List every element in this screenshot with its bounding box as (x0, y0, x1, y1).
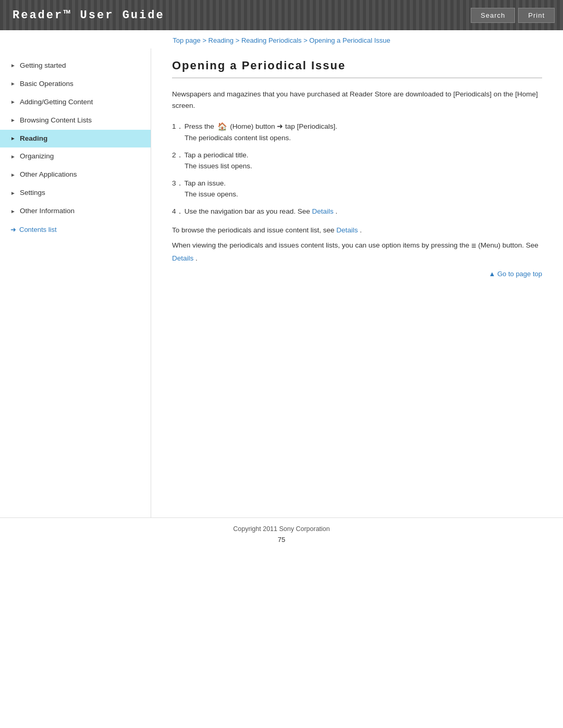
arrow-icon-other-apps: ► (10, 171, 16, 179)
sidebar-label-other-apps: Other Applications (20, 170, 77, 180)
arrow-icon-other-info: ► (10, 208, 16, 215)
step-1-text-after: (Home) button ➜ tap [Periodicals]. (230, 122, 337, 130)
step-1-sub: The periodicals content list opens. (185, 133, 542, 143)
sidebar-item-other-applications[interactable]: ► Other Applications (0, 166, 151, 184)
sidebar-label-basic-operations: Basic Operations (20, 79, 74, 89)
print-button[interactable]: Print (518, 8, 555, 23)
app-title: Reader™ User Guide (0, 0, 177, 30)
arrow-icon-browsing: ► (10, 117, 16, 124)
breadcrumb-sep1: > (202, 36, 208, 44)
page-header: Reader™ User Guide Search Print (0, 0, 563, 30)
step-number-1: 1． (172, 121, 182, 132)
step-4: 4． Use the navigation bar as you read. S… (172, 206, 542, 217)
breadcrumb: Top page > Reading > Reading Periodicals… (0, 30, 563, 48)
step-number-4: 4． (172, 206, 182, 217)
note-1-details-link[interactable]: Details (336, 226, 358, 234)
arrow-icon-basic-operations: ► (10, 80, 16, 88)
sidebar-item-basic-operations[interactable]: ► Basic Operations (0, 75, 151, 93)
sidebar-label-browsing: Browsing Content Lists (20, 116, 92, 126)
menu-icon: ≡ (471, 241, 476, 250)
note-1-before: To browse the periodicals and issue cont… (172, 226, 336, 234)
go-to-top[interactable]: ▲ Go to page top (172, 265, 542, 280)
main-layout: ► Getting started ► Basic Operations ► A… (0, 48, 563, 517)
note-2-before: When viewing the periodicals and issues … (172, 241, 471, 249)
arrow-icon-adding-getting: ► (10, 98, 16, 106)
step-4-text-after: . (335, 207, 337, 215)
main-content: Opening a Periodical Issue Newspapers an… (151, 48, 563, 517)
arrow-icon-getting-started: ► (10, 62, 16, 69)
page-title: Opening a Periodical Issue (172, 59, 542, 78)
sidebar-item-adding-getting-content[interactable]: ► Adding/Getting Content (0, 93, 151, 112)
arrow-icon-settings: ► (10, 190, 16, 197)
step-2-text: Tap a periodical title. (185, 151, 249, 159)
sidebar-label-reading: Reading (20, 134, 47, 144)
step-number-2: 2． (172, 150, 182, 161)
breadcrumb-reading-periodicals[interactable]: Reading Periodicals (241, 36, 302, 44)
sidebar-item-browsing-content-lists[interactable]: ► Browsing Content Lists (0, 112, 151, 130)
footer-page-number: 75 (278, 536, 285, 544)
footer-copyright: Copyright 2011 Sony Corporation (233, 525, 330, 533)
breadcrumb-reading[interactable]: Reading (209, 36, 234, 44)
sidebar-item-getting-started[interactable]: ► Getting started (0, 57, 151, 75)
sidebar-label-adding-getting: Adding/Getting Content (20, 97, 93, 107)
contents-list-link[interactable]: ➜ Contents list (0, 220, 151, 237)
header-buttons: Search Print (471, 0, 563, 30)
step-3-text: Tap an issue. (185, 179, 226, 187)
note-2-end: . (195, 254, 198, 262)
step-2-sub: The issues list opens. (185, 161, 542, 171)
steps-list: 1． Press the 🏠 (Home) button ➜ tap [Peri… (172, 120, 542, 217)
contents-arrow-icon: ➜ (10, 226, 16, 233)
contents-list-label: Contents list (19, 226, 57, 233)
step-1-text-before: Press the (185, 122, 216, 130)
note-2-details-link[interactable]: Details (172, 254, 193, 262)
note-2: When viewing the periodicals and issues … (172, 239, 542, 265)
sidebar-item-settings[interactable]: ► Settings (0, 184, 151, 202)
step-number-3: 3． (172, 178, 182, 189)
home-icon: 🏠 (217, 120, 227, 133)
sidebar-item-organizing[interactable]: ► Organizing (0, 147, 151, 166)
step-3-sub: The issue opens. (185, 189, 542, 200)
arrow-icon-organizing: ► (10, 153, 16, 161)
sidebar: ► Getting started ► Basic Operations ► A… (0, 48, 151, 517)
search-button[interactable]: Search (471, 8, 515, 23)
sidebar-item-reading[interactable]: ► Reading (0, 130, 151, 148)
note-1-after: . (360, 226, 362, 234)
sidebar-label-getting-started: Getting started (20, 61, 66, 71)
sidebar-item-other-information[interactable]: ► Other Information (0, 202, 151, 220)
step-1: 1． Press the 🏠 (Home) button ➜ tap [Peri… (172, 120, 542, 143)
page-footer: Copyright 2011 Sony Corporation 75 (0, 517, 563, 549)
breadcrumb-sep2: > (236, 36, 241, 44)
note-1: To browse the periodicals and issue cont… (172, 225, 542, 237)
intro-text: Newspapers and magazines that you have p… (172, 89, 542, 111)
breadcrumb-sep3: > (303, 36, 309, 44)
go-to-top-link[interactable]: ▲ Go to page top (489, 270, 543, 278)
step-4-text-before: Use the navigation bar as you read. See (185, 207, 312, 215)
arrow-icon-reading: ► (10, 135, 16, 142)
step-2: 2． Tap a periodical title. The issues li… (172, 150, 542, 171)
sidebar-label-settings: Settings (20, 188, 45, 198)
sidebar-label-organizing: Organizing (20, 152, 54, 162)
sidebar-label-other-info: Other Information (20, 206, 75, 216)
note-2-after: (Menu) button. See (478, 241, 538, 249)
step-4-details-link[interactable]: Details (312, 207, 333, 215)
breadcrumb-opening-periodical[interactable]: Opening a Periodical Issue (309, 36, 390, 44)
step-3: 3． Tap an issue. The issue opens. (172, 178, 542, 200)
breadcrumb-top-page[interactable]: Top page (173, 36, 201, 44)
